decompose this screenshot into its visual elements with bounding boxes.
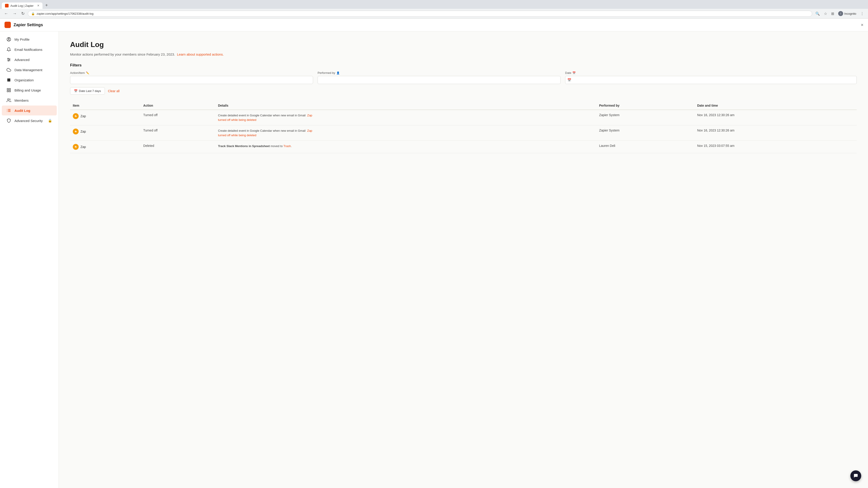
menu-button[interactable]: ⋮: [859, 11, 865, 17]
sidebar-label-advanced-security: Advanced Security: [14, 119, 43, 123]
sidebar-item-organization[interactable]: Organization: [2, 75, 57, 85]
svg-rect-12: [9, 91, 11, 92]
new-tab-button[interactable]: +: [43, 2, 50, 9]
lock-icon: 🔒: [48, 119, 52, 123]
sidebar-item-advanced-security[interactable]: Advanced Security 🔒: [2, 116, 57, 126]
square-icon: [6, 77, 11, 83]
row1-details: Create detailed event in Google Calendar…: [215, 110, 596, 125]
performed-by-filter: Performed by 👤: [318, 71, 561, 84]
active-tab[interactable]: Audit Log | Zapier ×: [2, 2, 42, 9]
item-type: Zap: [81, 114, 86, 118]
app-logo: [4, 22, 11, 28]
row2-details: Create detailed event in Google Calendar…: [215, 125, 596, 141]
table-header: Item Action Details Performed by Date an…: [70, 101, 857, 110]
row3-datetime: Nov 15, 2023 03:07:55 am: [694, 141, 857, 153]
reload-button[interactable]: ↻: [20, 10, 26, 17]
browser-chrome: Audit Log | Zapier × + ← → ↻ 🔒 zapier.co…: [0, 0, 868, 19]
svg-rect-9: [7, 89, 8, 90]
row3-item: Zap: [70, 141, 141, 153]
table-body: Zap Turned off Create detailed event in …: [70, 110, 857, 153]
row2-datetime: Nov 16, 2023 12:30:26 am: [694, 125, 857, 141]
details-prefix: Create detailed event in Google Calendar…: [218, 129, 305, 132]
zap-icon: [73, 144, 79, 150]
chat-widget-button[interactable]: [850, 470, 861, 481]
svg-point-1: [8, 38, 9, 39]
sidebar-label-billing-and-usage: Billing and Usage: [14, 88, 41, 92]
row3-action: Deleted: [141, 141, 215, 153]
svg-point-13: [7, 99, 9, 100]
user-circle-icon: [6, 37, 11, 42]
profile-button[interactable]: I Incognito: [837, 10, 858, 17]
person-icon: 👤: [336, 71, 340, 74]
sidebar-item-my-profile[interactable]: My Profile: [2, 34, 57, 44]
tab-bar: Audit Log | Zapier × +: [0, 0, 868, 9]
svg-point-5: [8, 58, 8, 59]
date-filter: Date 📅 📅: [565, 71, 857, 84]
address-bar[interactable]: 🔒 zapier.com/app/settings/17062338/audit…: [28, 11, 812, 17]
filter-actions: 📅 Date Last 7 days Clear all: [70, 87, 857, 95]
details-bold: Track Slack Mentions in Spreadsheet: [218, 144, 270, 148]
sidebar-label-email-notifications: Email Notifications: [14, 48, 42, 52]
grid-icon: [6, 88, 11, 93]
row1-action: Turned off: [141, 110, 215, 125]
date-preset-label: Date Last 7 days: [79, 89, 101, 93]
action-item-input[interactable]: [70, 76, 313, 84]
clear-all-link[interactable]: Clear all: [108, 89, 120, 93]
main-content: Audit Log Monitor actions performed by y…: [59, 31, 868, 488]
row2-action: Turned off: [141, 125, 215, 141]
browser-toolbar: ← → ↻ 🔒 zapier.com/app/settings/17062338…: [0, 9, 868, 19]
bookmark-button[interactable]: ☆: [823, 11, 829, 17]
users-icon: [6, 98, 11, 103]
filter-row: Action/Item ✏️ Performed by 👤: [70, 71, 857, 84]
search-button[interactable]: 🔍: [814, 11, 821, 17]
action-text: Deleted: [143, 144, 154, 148]
svg-marker-21: [74, 130, 77, 133]
list-icon: [6, 108, 11, 113]
details-prefix: Create detailed event in Google Calendar…: [218, 113, 305, 117]
extensions-button[interactable]: ⊞: [830, 11, 835, 17]
address-text: zapier.com/app/settings/17062338/audit-l…: [37, 12, 94, 15]
col-item: Item: [70, 101, 141, 110]
sidebar-label-my-profile: My Profile: [14, 37, 30, 41]
row1-datetime: Nov 16, 2023 12:30:26 am: [694, 110, 857, 125]
date-input-wrapper: 📅: [565, 76, 857, 84]
sidebar-label-organization: Organization: [14, 78, 34, 82]
audit-table: Item Action Details Performed by Date an…: [70, 101, 857, 153]
calendar-preset-icon: 📅: [74, 89, 78, 93]
filters-section: Filters Action/Item ✏️ Performed by 👤: [70, 63, 857, 95]
forward-button[interactable]: →: [11, 10, 18, 17]
back-button[interactable]: ←: [3, 10, 9, 17]
sidebar-item-audit-log[interactable]: Audit Log: [2, 105, 57, 116]
performer-text: Zapier System: [599, 113, 619, 117]
learn-link[interactable]: Learn about supported actions.: [177, 53, 224, 56]
sliders-icon: [6, 57, 11, 62]
app-close-button[interactable]: ×: [861, 22, 864, 28]
action-item-label: Action/Item ✏️: [70, 71, 313, 74]
tab-close-button[interactable]: ×: [37, 4, 39, 7]
action-text: Turned off: [143, 113, 158, 117]
date-preset-button[interactable]: 📅 Date Last 7 days: [70, 87, 105, 95]
toolbar-actions: 🔍 ☆ ⊞ I Incognito ⋮: [814, 10, 865, 17]
edit-icon: ✏️: [86, 71, 89, 74]
svg-rect-8: [7, 78, 10, 81]
svg-point-7: [8, 60, 9, 61]
sidebar-item-members[interactable]: Members: [2, 95, 57, 105]
performed-by-input[interactable]: [318, 76, 561, 84]
table-row: Zap Turned off Create detailed event in …: [70, 110, 857, 125]
sidebar-item-billing-and-usage[interactable]: Billing and Usage: [2, 85, 57, 95]
item-type: Zap: [81, 130, 86, 133]
sidebar-item-data-management[interactable]: Data Management: [2, 65, 57, 75]
details-link[interactable]: Trash: [283, 144, 291, 148]
sidebar: My Profile Email Notifications Advanced …: [0, 31, 59, 488]
row3-details: Track Slack Mentions in Spreadsheet move…: [215, 141, 596, 153]
app-body: My Profile Email Notifications Advanced …: [0, 31, 868, 488]
sidebar-item-email-notifications[interactable]: Email Notifications: [2, 44, 57, 55]
sidebar-label-advanced: Advanced: [14, 58, 30, 62]
zap-item: Zap: [73, 113, 138, 119]
sidebar-item-advanced[interactable]: Advanced: [2, 55, 57, 65]
item-type: Zap: [81, 145, 86, 149]
date-input[interactable]: [565, 76, 857, 84]
incognito-label: Incognito: [844, 12, 856, 15]
sidebar-label-members: Members: [14, 98, 29, 102]
col-action: Action: [141, 101, 215, 110]
